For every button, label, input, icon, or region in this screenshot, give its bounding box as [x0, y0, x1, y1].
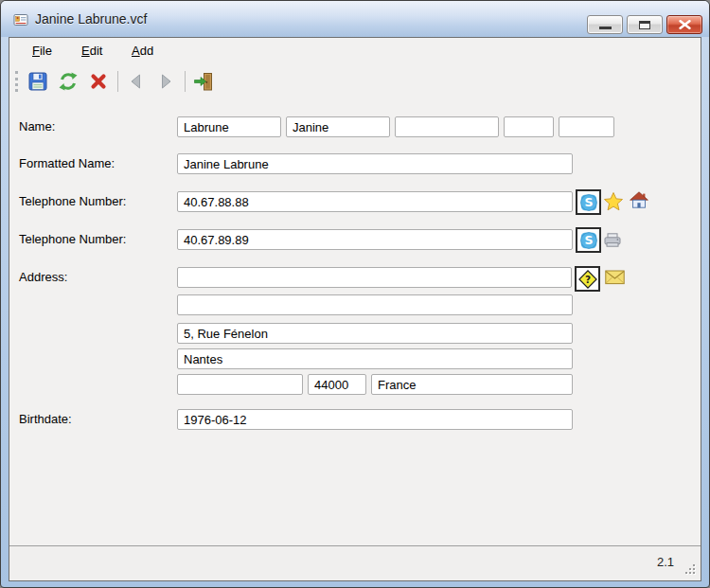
address-region-input[interactable] — [177, 374, 303, 395]
menu-add[interactable]: Add — [125, 42, 160, 60]
title-bar[interactable]: Janine Labrune.vcf — [1, 1, 709, 37]
skype-icon: S — [578, 230, 599, 251]
mail-envelope-icon — [605, 270, 625, 285]
toolbar — [9, 63, 701, 99]
address-postal-code-input[interactable] — [308, 374, 366, 395]
telephone2-label: Telephone Number: — [19, 232, 126, 246]
formatted-name-label: Formatted Name: — [19, 156, 115, 170]
app-window: Janine Labrune.vcf File Edit Add — [0, 0, 710, 588]
exit-door-icon — [193, 71, 214, 92]
name-suffix-input[interactable] — [559, 116, 614, 137]
save-icon — [27, 71, 48, 92]
address-type-button[interactable]: ? — [575, 266, 600, 292]
close-icon — [679, 20, 691, 29]
skype-call-button[interactable]: S — [576, 189, 601, 215]
formatted-name-input[interactable] — [177, 153, 573, 174]
vcard-version: 2.1 — [657, 555, 674, 569]
name-first-input[interactable] — [286, 116, 390, 137]
telephone1-label: Telephone Number: — [19, 194, 126, 208]
delete-icon — [89, 72, 108, 91]
svg-text:?: ? — [584, 274, 590, 285]
skype-icon: S — [578, 192, 599, 213]
home-icon — [630, 191, 648, 208]
maximize-icon — [639, 21, 650, 29]
maximize-button[interactable] — [627, 15, 663, 34]
favorite-star-icon — [603, 191, 624, 212]
save-button[interactable] — [25, 68, 51, 95]
back-button[interactable] — [123, 68, 150, 95]
fax-icon — [602, 231, 623, 248]
window-title: Janine Labrune.vcf — [35, 11, 147, 27]
address-type-sign-icon: ? — [577, 269, 598, 290]
screen: Janine Labrune.vcf File Edit Add — [0, 0, 710, 588]
refresh-icon — [58, 71, 79, 92]
svg-text:S: S — [584, 195, 593, 209]
vcard-app-icon — [13, 12, 28, 27]
svg-text:S: S — [584, 233, 593, 247]
menu-bar: File Edit Add — [9, 38, 701, 63]
resize-grip[interactable] — [685, 564, 697, 576]
address-country-input[interactable] — [371, 374, 573, 395]
name-last-input[interactable] — [177, 116, 281, 137]
exit-button[interactable] — [190, 68, 217, 95]
delete-button[interactable] — [85, 68, 112, 95]
menu-edit[interactable]: Edit — [75, 42, 109, 60]
minimize-icon — [599, 27, 612, 29]
menu-file[interactable]: File — [26, 42, 59, 60]
address-street-input[interactable] — [177, 323, 573, 344]
refresh-button[interactable] — [55, 68, 81, 95]
client-area: File Edit Add — [9, 37, 701, 581]
birthdate-label: Birthdate: — [19, 412, 72, 426]
birthdate-input[interactable] — [177, 409, 573, 430]
skype-call-button[interactable]: S — [576, 227, 601, 253]
name-prefix-input[interactable] — [504, 116, 554, 137]
telephone1-input[interactable] — [177, 191, 573, 212]
toolbar-grip[interactable] — [15, 71, 18, 92]
status-bar: 2.1 — [9, 545, 701, 580]
minimize-button[interactable] — [587, 15, 623, 34]
toolbar-separator — [185, 71, 186, 92]
address-locality-input[interactable] — [177, 348, 573, 369]
address-label: Address: — [19, 270, 67, 284]
address-pobox-input[interactable] — [177, 267, 572, 288]
name-label: Name: — [19, 119, 55, 134]
address-extended-input[interactable] — [177, 294, 573, 315]
name-additional-input[interactable] — [395, 116, 499, 137]
toolbar-separator — [117, 71, 118, 92]
telephone2-input[interactable] — [177, 229, 573, 250]
close-button[interactable] — [666, 15, 702, 34]
forward-button[interactable] — [152, 68, 179, 95]
forward-icon — [155, 71, 176, 92]
back-icon — [126, 71, 147, 92]
